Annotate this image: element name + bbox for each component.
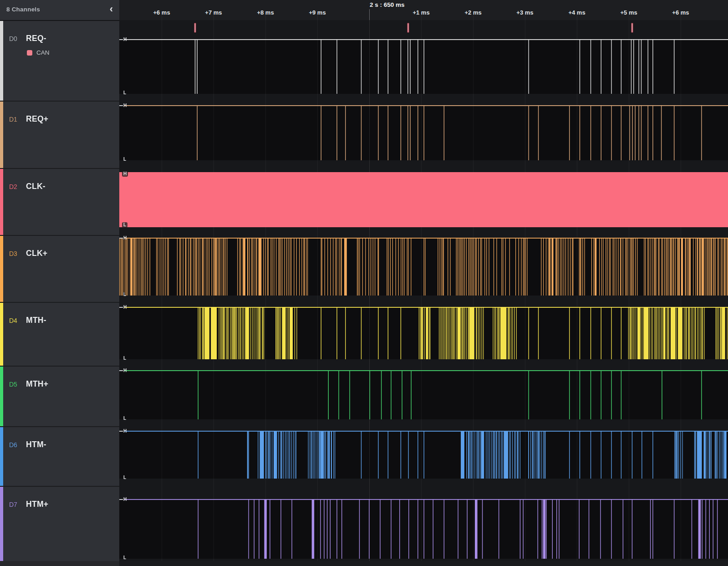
- high-level-tick: [119, 431, 123, 432]
- channel-track-row: H L: [119, 425, 728, 485]
- channel-track-row: H L: [119, 485, 728, 561]
- channel-row[interactable]: D4 MTH-: [0, 302, 119, 366]
- high-level-tick: [119, 499, 123, 500]
- waveform-track[interactable]: H L: [119, 105, 728, 160]
- channel-color-strip: [0, 169, 3, 235]
- high-level-label: H: [123, 429, 127, 433]
- channel-row[interactable]: D5 MTH+: [0, 366, 119, 426]
- waveform-track[interactable]: H L: [119, 39, 728, 94]
- channel-id: D4: [9, 317, 26, 324]
- channel-track-row: H L: [119, 234, 728, 301]
- channel-track-row: H L: [119, 167, 728, 234]
- waveform-area: 2 s : 650 ms +5 ms+6 ms+7 ms+8 ms+9 ms+1…: [119, 0, 728, 561]
- channel-row[interactable]: D6 HTM-: [0, 426, 119, 486]
- channel-color-strip: [0, 487, 3, 562]
- high-level-tick: [119, 238, 123, 239]
- channel-id: D0: [9, 35, 26, 42]
- channel-color-strip: [0, 427, 3, 486]
- waveform-canvas: [119, 499, 728, 559]
- analyzer-tag[interactable]: CAN: [27, 49, 50, 56]
- channel-id: D6: [9, 441, 26, 449]
- channel-id: D3: [9, 250, 26, 257]
- channel-row[interactable]: D7 HTM+: [0, 486, 119, 562]
- low-level-label: L: [123, 556, 126, 560]
- channel-track-row: H L: [119, 365, 728, 425]
- high-level-label: H: [122, 171, 128, 177]
- waveform-track[interactable]: H L: [119, 431, 728, 479]
- channel-id: D7: [9, 501, 26, 508]
- waveform-tracks: H L H L H L H L H L H L: [119, 20, 728, 561]
- channel-color-strip: [0, 21, 3, 101]
- waveform-track[interactable]: H L: [119, 370, 728, 419]
- high-level-label: H: [123, 236, 127, 240]
- waveform-canvas: [119, 39, 728, 94]
- channel-name: MTH+: [26, 379, 48, 389]
- waveform-canvas: [119, 172, 728, 227]
- channel-track-row: H L: [119, 301, 728, 365]
- channel-color-strip: [0, 303, 3, 366]
- channel-id: D5: [9, 381, 26, 388]
- high-level-label: H: [123, 103, 127, 108]
- channel-row[interactable]: D2 CLK-: [0, 168, 119, 235]
- channel-id: D2: [9, 183, 26, 190]
- high-level-tick: [119, 370, 123, 371]
- can-frame-marker[interactable]: [407, 23, 409, 33]
- channel-color-strip: [0, 102, 3, 168]
- low-level-label: L: [123, 416, 126, 421]
- channel-name: HTM-: [26, 440, 46, 449]
- channel-list: D0 REQ- CAN D1 REQ+ D2 CLK- D3 CLK+ D4 M…: [0, 21, 119, 562]
- low-level-label: L: [123, 475, 126, 480]
- analyzer-name: CAN: [36, 49, 50, 56]
- sidebar-header: 8 Channels ‹: [0, 0, 119, 21]
- channel-name: CLK-: [26, 182, 46, 191]
- channel-row[interactable]: D3 CLK+: [0, 235, 119, 302]
- channels-count-title: 8 Channels: [6, 6, 40, 13]
- low-level-label: L: [123, 91, 126, 95]
- waveform-track[interactable]: H L: [119, 238, 728, 296]
- waveform-canvas: [119, 105, 728, 160]
- channel-row[interactable]: D1 REQ+: [0, 101, 119, 168]
- channel-track-row: H L: [119, 20, 728, 100]
- high-level-tick: [119, 105, 123, 106]
- channel-name: HTM+: [26, 500, 48, 509]
- low-level-label: L: [123, 292, 126, 297]
- high-level-label: H: [123, 497, 127, 502]
- channel-row[interactable]: D0 REQ- CAN: [0, 21, 119, 101]
- channel-name: REQ-: [26, 34, 46, 43]
- scrollbar-sidebar-spacer: [0, 561, 119, 566]
- high-level-label: H: [123, 368, 127, 373]
- can-frame-marker[interactable]: [194, 23, 196, 33]
- high-level-label: H: [123, 37, 127, 42]
- horizontal-scrollbar[interactable]: [0, 561, 728, 566]
- low-level-label: L: [123, 157, 126, 162]
- waveform-canvas: [119, 431, 728, 479]
- waveform-track[interactable]: H L: [119, 307, 728, 359]
- channel-name: CLK+: [26, 249, 47, 258]
- low-level-label: L: [122, 222, 127, 228]
- can-frame-marker[interactable]: [631, 23, 633, 33]
- timeline-ruler[interactable]: 2 s : 650 ms +5 ms+6 ms+7 ms+8 ms+9 ms+1…: [119, 0, 728, 20]
- waveform-canvas: [119, 307, 728, 359]
- channel-color-strip: [0, 367, 3, 426]
- channel-track-row: H L: [119, 100, 728, 167]
- channel-name: MTH-: [26, 316, 46, 325]
- channels-sidebar: 8 Channels ‹ D0 REQ- CAN D1 REQ+ D2 CLK-…: [0, 0, 119, 561]
- timeline-absolute-time: 2 s : 650 ms: [370, 1, 405, 8]
- low-level-label: L: [123, 356, 126, 361]
- high-level-tick: [119, 307, 123, 308]
- waveform-track[interactable]: H L: [119, 499, 728, 559]
- high-level-label: H: [123, 305, 127, 310]
- waveform-canvas: [119, 238, 728, 296]
- channel-id: D1: [9, 116, 26, 123]
- collapse-sidebar-icon[interactable]: ‹: [110, 4, 113, 15]
- high-level-tick: [119, 39, 123, 40]
- channel-name: REQ+: [26, 114, 48, 124]
- waveform-canvas: [119, 370, 728, 419]
- channel-color-strip: [0, 236, 3, 302]
- waveform-track[interactable]: H L: [119, 172, 728, 227]
- analyzer-color-chip-icon: [27, 50, 32, 56]
- logic-analyzer-app: 8 Channels ‹ D0 REQ- CAN D1 REQ+ D2 CLK-…: [0, 0, 728, 566]
